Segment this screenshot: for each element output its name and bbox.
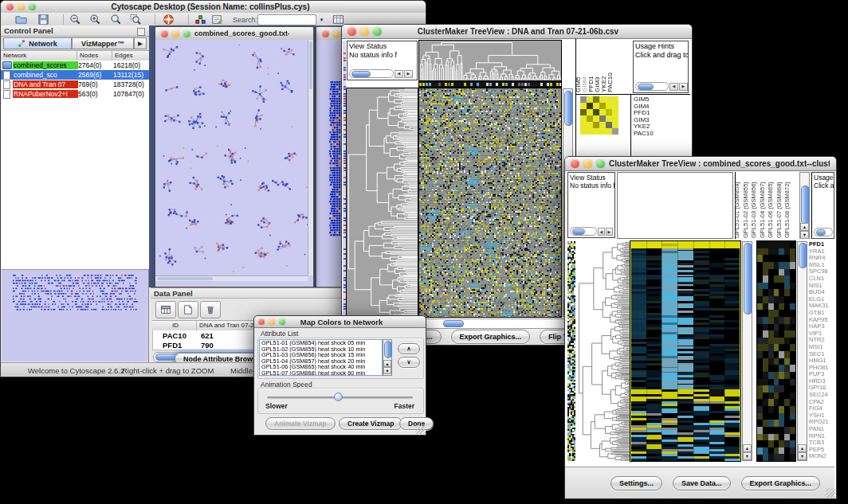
gene-label[interactable]: GIM4 bbox=[634, 104, 689, 111]
column-label[interactable]: GPL51-04 (GSM857) bbox=[760, 182, 766, 238]
scroll-right-icon[interactable]: ▶ bbox=[404, 70, 413, 78]
window-a-titlebar[interactable]: combined_scores_good.txt--cluste... bbox=[155, 27, 313, 41]
search-input[interactable] bbox=[257, 14, 316, 25]
window-a-hscrollbar[interactable] bbox=[155, 275, 308, 281]
attribute-item[interactable]: GPL51-04 (GSM857) heat shock 20 min bbox=[261, 358, 382, 365]
close-icon[interactable] bbox=[322, 30, 329, 37]
detail-heatmap[interactable] bbox=[757, 241, 795, 461]
close-icon[interactable] bbox=[258, 318, 265, 325]
gene-label[interactable]: HAP3 bbox=[809, 323, 835, 330]
column-label[interactable]: GPL51-03 (GSM856) bbox=[751, 182, 757, 238]
gene-label[interactable]: PAN1 bbox=[809, 426, 835, 433]
vscroll-thumb[interactable] bbox=[799, 243, 807, 268]
network-table-row[interactable]: DNA and Tran 07 769(0) 183728(0) bbox=[1, 80, 149, 89]
gene-label[interactable]: SEC24 bbox=[809, 392, 835, 399]
treeview2-window[interactable]: ClusterMaker TreeView : combined_scores_… bbox=[564, 156, 837, 499]
close-icon[interactable] bbox=[347, 27, 356, 36]
minimize-icon[interactable] bbox=[18, 3, 25, 10]
move-down-button[interactable]: ∨ bbox=[398, 357, 420, 368]
usage-hints-hscrollbar[interactable] bbox=[635, 82, 669, 91]
heatmap-main[interactable] bbox=[630, 241, 740, 461]
gene-label[interactable]: GTB1 bbox=[809, 310, 835, 317]
scroll-down-icon[interactable]: ▼ bbox=[743, 452, 752, 460]
dialog-titlebar[interactable]: Map Colors to Network bbox=[254, 316, 426, 328]
treeview2-action-button[interactable]: Save Data... bbox=[673, 476, 731, 490]
col-nodes[interactable]: Nodes bbox=[77, 51, 112, 61]
column-label[interactable]: GPL51-06 (GSM865) bbox=[768, 182, 774, 238]
window-a-vscrollbar[interactable] bbox=[308, 40, 313, 275]
gene-label[interactable]: YRA1 bbox=[809, 248, 835, 256]
minimize-icon[interactable] bbox=[269, 318, 275, 325]
scroll-right-icon[interactable]: ▶ bbox=[679, 83, 688, 91]
tab-vizmapper[interactable]: VizMapper™ bbox=[72, 37, 134, 49]
minimize-icon[interactable] bbox=[360, 27, 369, 36]
top-vscrollbar[interactable]: ▲ ▼ bbox=[799, 172, 810, 239]
gene-label[interactable]: SPC98 bbox=[809, 268, 835, 275]
view-status-hscrollbar[interactable] bbox=[349, 69, 394, 78]
float-panel-icon[interactable] bbox=[137, 28, 145, 36]
resize-grip[interactable] bbox=[826, 488, 835, 498]
scroll-down-icon[interactable]: ▼ bbox=[798, 452, 807, 460]
row-dendrogram[interactable] bbox=[347, 88, 418, 317]
column-label[interactable]: GPL51-02 (GSM855) bbox=[743, 182, 749, 238]
gene-label[interactable]: NTR2 bbox=[809, 337, 835, 344]
close-icon[interactable] bbox=[571, 159, 579, 168]
treeview2-titlebar[interactable]: ClusterMaker TreeView : combined_scores_… bbox=[565, 157, 836, 171]
tab-overflow-button[interactable]: ▶ bbox=[134, 37, 147, 49]
column-label[interactable]: GPL51-07 (GSM868) bbox=[776, 182, 783, 238]
gene-label[interactable]: GPI16 bbox=[809, 385, 835, 392]
vscroll-thumb[interactable] bbox=[744, 243, 752, 315]
gene-label[interactable]: TCB3 bbox=[809, 440, 835, 447]
gene-label[interactable]: GIM5 bbox=[634, 96, 689, 104]
gene-label[interactable]: HMG1 bbox=[809, 357, 835, 365]
zoom-window-icon[interactable] bbox=[29, 3, 36, 10]
gene-label[interactable]: CLN1 bbox=[809, 275, 835, 283]
gene-label[interactable]: NIS1 bbox=[809, 283, 835, 290]
zoom-window-icon[interactable] bbox=[279, 318, 285, 325]
vscroll-thumb[interactable] bbox=[801, 186, 810, 225]
minimize-icon[interactable] bbox=[172, 30, 179, 37]
heatmap-vscrollbar[interactable]: ▲ ▼ bbox=[742, 241, 752, 461]
gene-label[interactable]: PEP5 bbox=[809, 447, 835, 454]
gene-label[interactable]: VIP1 bbox=[809, 330, 835, 338]
gene-label[interactable]: ELG1 bbox=[809, 296, 835, 303]
attribute-item[interactable]: GPL51-01 (GSM854) heat shock 05 min bbox=[261, 340, 382, 346]
scroll-up-icon[interactable]: ▲ bbox=[800, 223, 809, 231]
move-up-button[interactable]: ∧ bbox=[398, 343, 420, 354]
scroll-down-icon[interactable]: ▼ bbox=[800, 231, 809, 239]
scroll-up-icon[interactable]: ▲ bbox=[383, 360, 391, 367]
gene-label[interactable]: PAC10 bbox=[634, 131, 689, 138]
attribute-item[interactable]: GPL51-07 (GSM868) heat shock 60 min bbox=[261, 370, 382, 376]
tab-network[interactable]: Network bbox=[3, 37, 72, 49]
close-icon[interactable] bbox=[6, 3, 14, 10]
zoom-window-icon[interactable] bbox=[373, 27, 382, 36]
gene-label[interactable]: MSL1 bbox=[809, 262, 835, 269]
minimize-icon[interactable] bbox=[333, 30, 340, 37]
col-edges[interactable]: Edges bbox=[112, 51, 149, 61]
gene-label[interactable]: HRD3 bbox=[809, 378, 835, 385]
attribute-item[interactable]: GPL51-03 (GSM856) heat shock 15 min bbox=[261, 352, 382, 358]
network-view-window-a[interactable]: combined_scores_good.txt--cluste... bbox=[155, 26, 314, 287]
gene-label[interactable]: BUD4 bbox=[809, 289, 835, 296]
gene-label[interactable]: FIG4 bbox=[809, 405, 835, 412]
gene-label[interactable]: MSI1 bbox=[809, 344, 835, 351]
attribute-item[interactable]: GPL51-02 (GSM855) heat shock 10 min bbox=[261, 346, 382, 353]
network-table-row[interactable]: combined_scores 2764(0) 16218(0) bbox=[1, 61, 149, 70]
detail-heatmap[interactable] bbox=[580, 96, 618, 135]
attribute-list-vscrollbar[interactable]: ▲ ▼ bbox=[383, 339, 392, 376]
gene-label[interactable]: PHO81 bbox=[809, 365, 835, 372]
treeview2-action-button[interactable]: Settings... bbox=[610, 476, 662, 490]
minimize-icon[interactable] bbox=[583, 159, 592, 168]
scroll-right-icon[interactable]: ▶ bbox=[606, 228, 613, 236]
network-table-row[interactable]: RNAPuberNov2+I 563(0) 107847(0) bbox=[1, 89, 149, 99]
network-canvas-a[interactable] bbox=[155, 40, 308, 275]
gene-label[interactable]: PFD1 bbox=[809, 241, 835, 248]
treeview1-action-button[interactable]: Export Graphics... bbox=[451, 330, 531, 344]
window-controls[interactable] bbox=[1, 3, 40, 10]
gene-label[interactable]: RPO21 bbox=[809, 419, 835, 426]
attribute-list[interactable]: GPL51-01 (GSM854) heat shock 05 minGPL51… bbox=[259, 339, 383, 376]
col-id[interactable]: ID bbox=[152, 321, 197, 330]
gene-label[interactable]: YKE2 bbox=[634, 123, 689, 131]
usage-hints-hscrollbar[interactable] bbox=[814, 228, 833, 236]
scroll-left-icon[interactable]: ◀ bbox=[669, 83, 678, 91]
